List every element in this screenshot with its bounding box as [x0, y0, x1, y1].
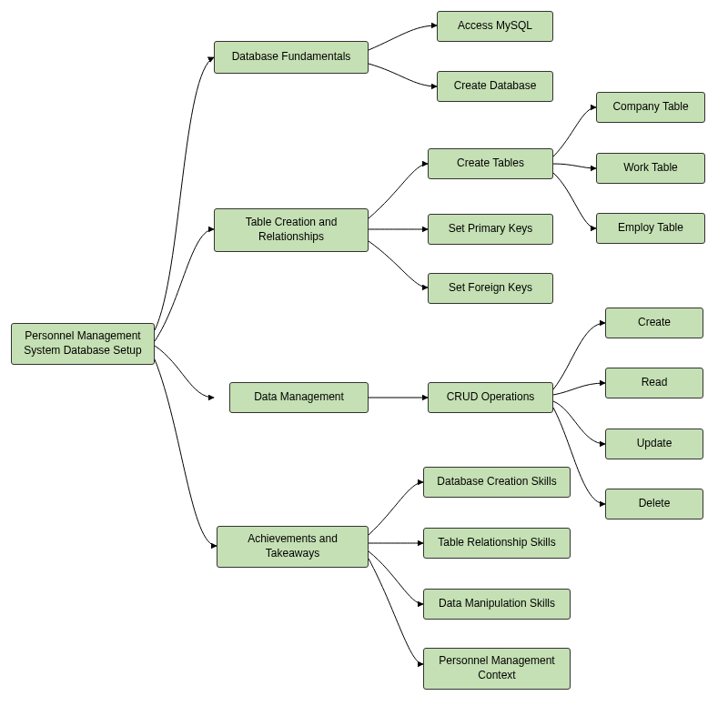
- node-table-creation-relationships: Table Creation and Relationships: [214, 208, 369, 252]
- node-label: Set Primary Keys: [449, 222, 533, 237]
- node-root: Personnel Management System Database Set…: [11, 323, 155, 365]
- node-label: Set Foreign Keys: [449, 281, 532, 296]
- node-label: Personnel Management Context: [430, 654, 564, 682]
- node-database-creation-skills: Database Creation Skills: [423, 467, 571, 498]
- node-company-table: Company Table: [596, 92, 705, 123]
- node-table-relationship-skills: Table Relationship Skills: [423, 528, 571, 559]
- node-label: Access MySQL: [458, 19, 532, 34]
- node-label: Personnel Management System Database Set…: [17, 329, 148, 358]
- node-create-tables: Create Tables: [428, 148, 553, 179]
- node-access-mysql: Access MySQL: [437, 11, 553, 42]
- node-label: Create Tables: [457, 156, 524, 171]
- node-label: CRUD Operations: [447, 390, 535, 405]
- node-label: Achievements and Takeaways: [223, 532, 362, 560]
- node-crud-operations: CRUD Operations: [428, 382, 553, 413]
- node-label: Data Management: [254, 390, 344, 405]
- node-delete: Delete: [605, 489, 703, 519]
- node-data-management: Data Management: [229, 382, 369, 413]
- node-read: Read: [605, 368, 703, 398]
- node-label: Create: [638, 316, 671, 330]
- node-create: Create: [605, 308, 703, 338]
- node-achievements-takeaways: Achievements and Takeaways: [217, 526, 369, 568]
- node-personnel-management-context: Personnel Management Context: [423, 648, 571, 690]
- node-employ-table: Employ Table: [596, 213, 705, 244]
- node-data-manipulation-skills: Data Manipulation Skills: [423, 589, 571, 620]
- node-work-table: Work Table: [596, 153, 705, 184]
- node-update: Update: [605, 429, 703, 459]
- node-set-primary-keys: Set Primary Keys: [428, 214, 553, 245]
- node-set-foreign-keys: Set Foreign Keys: [428, 273, 553, 304]
- node-label: Company Table: [612, 100, 688, 115]
- node-label: Table Relationship Skills: [438, 536, 555, 550]
- node-label: Update: [637, 437, 672, 451]
- node-database-fundamentals: Database Fundamentals: [214, 41, 369, 74]
- node-create-database: Create Database: [437, 71, 553, 102]
- node-label: Employ Table: [618, 221, 683, 236]
- node-label: Database Fundamentals: [232, 50, 351, 65]
- node-label: Create Database: [454, 79, 537, 94]
- node-label: Delete: [639, 497, 671, 511]
- node-label: Table Creation and Relationships: [220, 216, 362, 244]
- node-label: Database Creation Skills: [437, 475, 556, 489]
- node-label: Read: [642, 376, 668, 390]
- node-label: Data Manipulation Skills: [439, 597, 555, 611]
- node-label: Work Table: [623, 161, 678, 176]
